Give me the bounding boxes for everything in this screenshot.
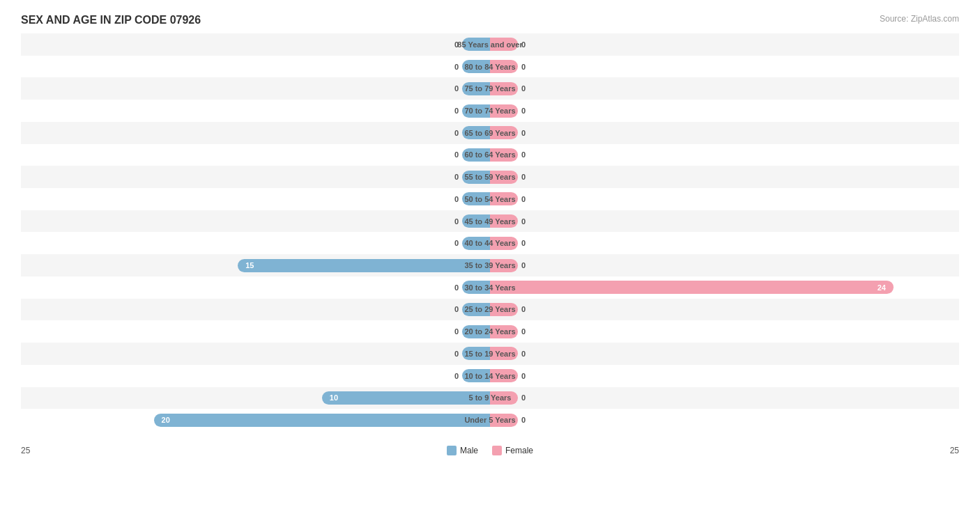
female-section: 0 xyxy=(490,166,959,188)
male-outer-value: 0 xyxy=(445,239,459,247)
female-section: 0 xyxy=(490,299,959,321)
female-outer-value: 0 xyxy=(521,217,535,226)
male-outer-value: 0 xyxy=(445,63,459,71)
female-bar xyxy=(490,126,518,139)
bar-row: 025 to 29 Years0 xyxy=(21,299,959,321)
male-section: 0 xyxy=(21,299,490,321)
female-outer-value: 0 xyxy=(521,63,535,71)
male-section: 0 xyxy=(21,100,490,122)
bar-row: 075 to 79 Years0 xyxy=(21,77,959,100)
rows-container: 085 Years and over0080 to 84 Years0075 t… xyxy=(21,33,959,431)
male-bar xyxy=(462,38,490,51)
female-bar-value: 24 xyxy=(874,283,889,292)
female-outer-value: 0 xyxy=(521,393,535,402)
male-bar: 20 xyxy=(154,414,490,427)
chart-container: SEX AND AGE IN ZIP CODE 07926 Source: Zi… xyxy=(0,0,980,516)
male-outer-value: 0 xyxy=(445,217,459,226)
bar-row: 045 to 49 Years0 xyxy=(21,210,959,233)
female-section: 24 xyxy=(490,276,959,299)
female-section: 0 xyxy=(490,254,959,276)
female-outer-value: 0 xyxy=(521,84,535,93)
bar-row: 050 to 54 Years0 xyxy=(21,188,959,210)
bar-row: 070 to 74 Years0 xyxy=(21,100,959,122)
bar-row: 065 to 69 Years0 xyxy=(21,122,959,144)
female-bar xyxy=(490,148,518,162)
male-section: 0 xyxy=(21,188,490,210)
male-section: 0 xyxy=(21,166,490,188)
chart-title: SEX AND AGE IN ZIP CODE 07926 xyxy=(21,14,959,26)
source-label: Source: ZipAtlas.com xyxy=(880,14,959,24)
female-bar xyxy=(490,414,518,427)
female-outer-value: 0 xyxy=(521,150,535,159)
male-bar: 10 xyxy=(322,391,490,405)
male-outer-value: 0 xyxy=(445,173,459,181)
female-section: 0 xyxy=(490,387,959,409)
male-outer-value: 0 xyxy=(445,107,459,115)
female-outer-value: 0 xyxy=(521,350,535,358)
male-bar: 15 xyxy=(238,259,490,272)
male-section: 0 xyxy=(21,343,490,365)
female-bar xyxy=(490,391,518,405)
male-section: 0 xyxy=(21,144,490,166)
female-section: 0 xyxy=(490,343,959,365)
bar-row: 055 to 59 Years0 xyxy=(21,166,959,188)
male-outer-value: 0 xyxy=(445,372,459,380)
female-outer-value: 0 xyxy=(521,40,535,49)
female-legend-label: Female xyxy=(505,446,533,455)
male-bar xyxy=(462,82,490,95)
female-section: 0 xyxy=(490,77,959,100)
axis-right-value: 25 xyxy=(950,446,959,455)
female-section: 0 xyxy=(490,56,959,78)
male-outer-value: 0 xyxy=(445,150,459,159)
female-bar xyxy=(490,369,518,382)
female-bar xyxy=(490,237,518,250)
female-outer-value: 0 xyxy=(521,239,535,247)
bar-row: 1535 to 39 Years0 xyxy=(21,254,959,276)
male-bar xyxy=(462,281,490,294)
male-section: 0 xyxy=(21,210,490,233)
female-legend-box xyxy=(492,446,502,455)
male-bar xyxy=(462,369,490,382)
male-bar xyxy=(462,214,490,228)
female-outer-value: 0 xyxy=(521,107,535,115)
female-outer-value: 0 xyxy=(521,261,535,269)
female-bar xyxy=(490,104,518,118)
female-section: 0 xyxy=(490,320,959,343)
bar-row: 020 to 24 Years0 xyxy=(21,320,959,343)
female-section: 0 xyxy=(490,365,959,387)
male-section: 0 xyxy=(21,122,490,144)
female-section: 0 xyxy=(490,188,959,210)
female-section: 0 xyxy=(490,232,959,254)
female-outer-value: 0 xyxy=(521,416,535,424)
female-section: 0 xyxy=(490,33,959,56)
female-section: 0 xyxy=(490,100,959,122)
female-bar xyxy=(490,171,518,184)
female-bar xyxy=(490,347,518,360)
female-section: 0 xyxy=(490,144,959,166)
female-bar xyxy=(490,192,518,205)
female-section: 0 xyxy=(490,122,959,144)
male-section: 20 xyxy=(21,409,490,431)
bar-row: 105 to 9 Years0 xyxy=(21,387,959,409)
female-section: 0 xyxy=(490,409,959,431)
male-bar xyxy=(462,60,490,73)
female-bar xyxy=(490,325,518,338)
male-section: 10 xyxy=(21,387,490,409)
legend-male: Male xyxy=(447,446,478,455)
male-section: 0 xyxy=(21,276,490,299)
male-section: 0 xyxy=(21,365,490,387)
male-section: 0 xyxy=(21,232,490,254)
male-outer-value: 0 xyxy=(445,305,459,313)
female-outer-value: 0 xyxy=(521,305,535,313)
bar-row: 030 to 34 Years24 xyxy=(21,276,959,299)
male-legend-box xyxy=(447,446,457,455)
male-section: 0 xyxy=(21,33,490,56)
male-bar xyxy=(462,347,490,360)
male-bar xyxy=(462,237,490,250)
male-outer-value: 0 xyxy=(445,283,459,292)
bar-row: 20Under 5 Years0 xyxy=(21,409,959,431)
female-bar xyxy=(490,38,518,51)
male-legend-label: Male xyxy=(460,446,478,455)
legend-female: Female xyxy=(492,446,533,455)
female-outer-value: 0 xyxy=(521,195,535,203)
